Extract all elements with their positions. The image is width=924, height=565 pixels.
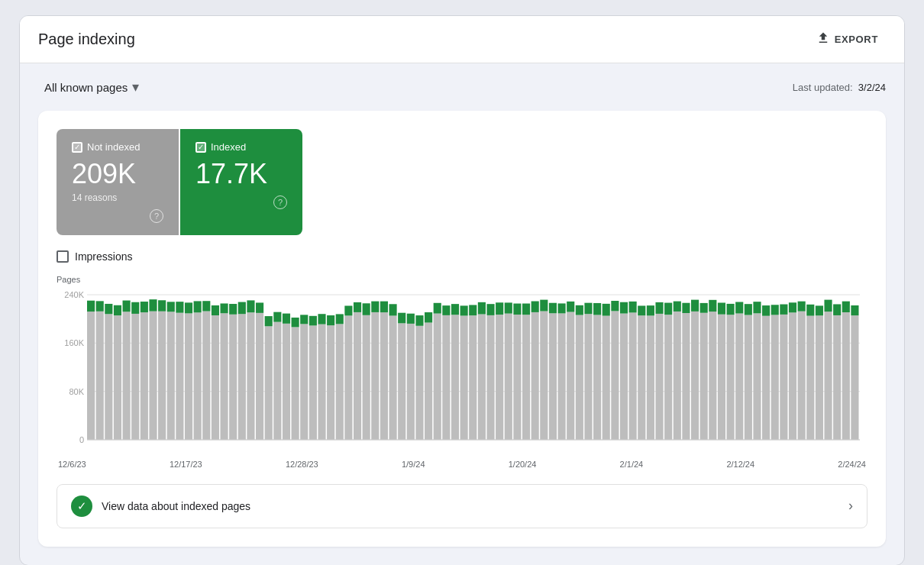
indexed-help-icon[interactable]: ? xyxy=(273,195,287,209)
chevron-down-icon: ▾ xyxy=(132,79,139,95)
export-button[interactable]: EXPORT xyxy=(809,27,886,52)
indexed-box: ✓ Indexed 17.7K ? xyxy=(180,129,302,235)
checkbox-check-indexed: ✓ xyxy=(198,144,204,151)
export-icon xyxy=(816,31,830,47)
indexed-checkbox[interactable]: ✓ xyxy=(195,142,206,153)
chevron-right-icon: › xyxy=(848,498,853,514)
toolbar: All known pages ▾ Last updated: 3/2/24 xyxy=(20,63,904,111)
not-indexed-sub: 14 reasons xyxy=(72,192,163,203)
indexed-footer: ? xyxy=(195,195,287,209)
x-label-7: 2/12/24 xyxy=(726,460,754,469)
chart-wrapper: Pages 12/6/23 12/17/23 12/28/23 1/9/24 1… xyxy=(57,275,867,469)
export-label: EXPORT xyxy=(835,34,878,45)
indexed-label: Indexed xyxy=(211,141,246,153)
last-updated: Last updated: 3/2/24 xyxy=(793,82,886,93)
main-card: ✓ Not indexed 209K 14 reasons ? xyxy=(38,111,886,547)
not-indexed-header: ✓ Not indexed xyxy=(72,141,163,153)
impressions-row: Impressions xyxy=(57,250,867,263)
x-label-8: 2/24/24 xyxy=(838,460,866,469)
chart-y-label: Pages xyxy=(57,275,867,284)
chart-x-labels: 12/6/23 12/17/23 12/28/23 1/9/24 1/20/24… xyxy=(57,460,867,469)
not-indexed-box: ✓ Not indexed 209K 14 reasons ? xyxy=(57,129,179,235)
x-label-2: 12/17/23 xyxy=(170,460,202,469)
check-icon: ✓ xyxy=(77,499,87,513)
chart-container xyxy=(57,287,867,455)
page-indexing-window: Page indexing EXPORT All known pages ▾ L… xyxy=(19,15,905,565)
x-label-6: 2/1/24 xyxy=(620,460,644,469)
impressions-label: Impressions xyxy=(75,250,132,263)
x-label-5: 1/20/24 xyxy=(509,460,537,469)
main-content: ✓ Not indexed 209K 14 reasons ? xyxy=(20,111,904,565)
impressions-checkbox[interactable] xyxy=(57,250,69,263)
checkbox-check: ✓ xyxy=(74,144,80,151)
not-indexed-label: Not indexed xyxy=(87,141,140,153)
last-updated-prefix: Last updated: xyxy=(793,82,853,93)
page-title: Page indexing xyxy=(38,31,135,48)
x-label-3: 12/28/23 xyxy=(286,460,318,469)
not-indexed-value: 209K xyxy=(72,159,163,189)
not-indexed-footer: ? xyxy=(72,209,163,223)
header: Page indexing EXPORT xyxy=(20,16,904,63)
last-updated-date: 3/2/24 xyxy=(858,82,886,93)
x-label-4: 1/9/24 xyxy=(402,460,425,469)
not-indexed-checkbox[interactable]: ✓ xyxy=(72,142,82,153)
x-label-1: 12/6/23 xyxy=(58,460,86,469)
stats-row: ✓ Not indexed 209K 14 reasons ? xyxy=(57,129,867,235)
filter-label: All known pages xyxy=(44,81,128,94)
bar-chart xyxy=(57,287,867,455)
view-data-left: ✓ View data about indexed pages xyxy=(71,496,250,517)
indexed-header: ✓ Indexed xyxy=(195,141,287,153)
not-indexed-help-icon[interactable]: ? xyxy=(150,209,163,223)
indexed-value: 17.7K xyxy=(195,159,287,189)
filter-button[interactable]: All known pages ▾ xyxy=(38,76,145,98)
green-check-circle: ✓ xyxy=(71,496,92,517)
view-data-button[interactable]: ✓ View data about indexed pages › xyxy=(57,484,867,528)
view-data-text: View data about indexed pages xyxy=(102,500,250,512)
